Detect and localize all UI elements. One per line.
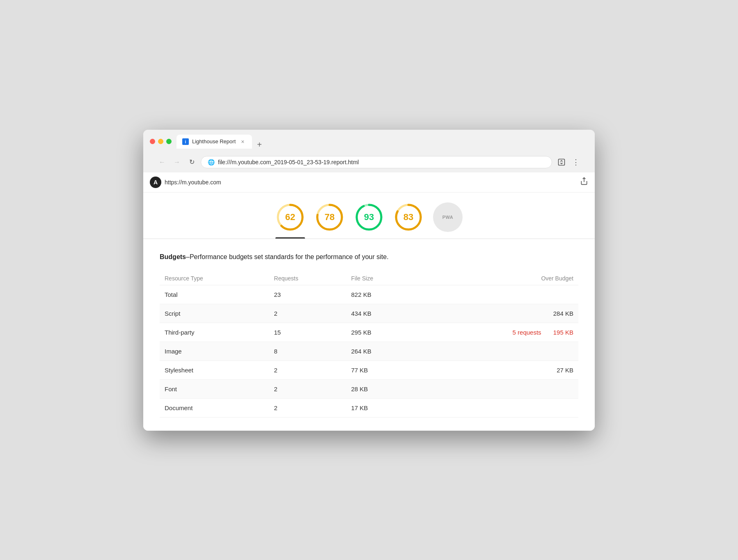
cell-type: Stylesheet — [160, 360, 269, 379]
score-pwa[interactable]: PWA — [433, 202, 463, 239]
cell-over-budget — [418, 379, 578, 398]
share-button[interactable] — [580, 177, 588, 187]
reload-button[interactable]: ↻ — [186, 156, 197, 168]
pwa-circle: PWA — [433, 202, 463, 232]
cell-requests: 2 — [269, 360, 346, 379]
col-header-requests: Requests — [269, 272, 346, 285]
section-title-bold: Budgets — [160, 253, 186, 260]
url-text: file:///m.youtube.com_2019-05-01_23-53-1… — [218, 159, 545, 165]
score-best-practices[interactable]: 93 — [354, 202, 384, 239]
score-seo[interactable]: 83 — [394, 202, 423, 239]
site-icon-letter: A — [154, 179, 158, 186]
score-value-best-practices: 93 — [364, 212, 374, 223]
menu-button[interactable]: ⋮ — [569, 156, 582, 168]
cell-file-size: 77 KB — [346, 360, 419, 379]
budget-table: Resource Type Requests File Size Over Bu… — [160, 272, 578, 418]
cell-over-budget: 5 requests 195 KB — [418, 323, 578, 342]
section-title: Budgets–Performance budgets set standard… — [160, 252, 578, 262]
lighthouse-tab-icon: i — [182, 138, 189, 145]
table-section: Budgets–Performance budgets set standard… — [143, 239, 595, 431]
scores-section: 62 78 — [143, 193, 595, 239]
cell-over-budget — [418, 398, 578, 417]
forward-button[interactable]: → — [171, 156, 183, 168]
tab-title: Lighthouse Report — [192, 138, 236, 145]
table-row: Image 8 264 KB — [160, 342, 578, 360]
svg-text:i: i — [185, 140, 186, 144]
cell-requests: 2 — [269, 379, 346, 398]
address-bar: ← → ↻ 🌐 file:///m.youtube.com_2019-05-01… — [150, 153, 588, 172]
maximize-button[interactable] — [166, 139, 172, 144]
toolbar-icons: ⋮ — [555, 156, 582, 168]
table-row: Document 2 17 KB — [160, 398, 578, 417]
score-circle-performance: 62 — [275, 202, 305, 232]
col-header-file-size: File Size — [346, 272, 419, 285]
score-circle-seo: 83 — [394, 202, 423, 232]
cell-type: Total — [160, 285, 269, 304]
cell-requests: 23 — [269, 285, 346, 304]
globe-icon: 🌐 — [208, 159, 215, 165]
score-circle-accessibility: 78 — [315, 202, 344, 232]
site-url-text: https://m.youtube.com — [165, 179, 221, 186]
table-row: Stylesheet 2 77 KB 27 KB — [160, 360, 578, 379]
over-requests-value: 5 requests — [513, 329, 541, 336]
over-budget-value: 195 KB — [553, 329, 573, 336]
pwa-label: PWA — [442, 215, 454, 220]
section-title-rest: –Performance budgets set standards for t… — [186, 253, 389, 260]
score-value-seo: 83 — [403, 212, 413, 223]
cell-type: Document — [160, 398, 269, 417]
cell-requests: 2 — [269, 398, 346, 417]
cell-file-size: 434 KB — [346, 304, 419, 323]
cell-requests: 8 — [269, 342, 346, 360]
back-button[interactable]: ← — [156, 156, 168, 168]
score-value-accessibility: 78 — [325, 212, 335, 223]
cell-over-budget — [418, 342, 578, 360]
cell-requests: 2 — [269, 304, 346, 323]
table-row: Script 2 434 KB 284 KB — [160, 304, 578, 323]
menu-dots-icon: ⋮ — [572, 158, 579, 167]
cell-over-budget — [418, 285, 578, 304]
window-controls — [150, 139, 172, 144]
cell-over-budget: 284 KB — [418, 304, 578, 323]
minimize-button[interactable] — [158, 139, 163, 144]
table-row: Font 2 28 KB — [160, 379, 578, 398]
cell-file-size: 28 KB — [346, 379, 419, 398]
score-performance[interactable]: 62 — [275, 202, 305, 239]
score-accessibility[interactable]: 78 — [315, 202, 344, 239]
site-url-bar: A https://m.youtube.com — [150, 177, 221, 188]
score-value-performance: 62 — [285, 212, 295, 223]
content-toolbar: A https://m.youtube.com — [143, 172, 595, 193]
profile-icon-button[interactable] — [555, 156, 568, 168]
site-icon: A — [150, 177, 161, 188]
close-button[interactable] — [150, 139, 155, 144]
main-content: 62 78 — [143, 193, 595, 431]
table-row: Total 23 822 KB — [160, 285, 578, 304]
cell-over-budget: 27 KB — [418, 360, 578, 379]
cell-file-size: 17 KB — [346, 398, 419, 417]
cell-type: Image — [160, 342, 269, 360]
cell-file-size: 822 KB — [346, 285, 419, 304]
cell-type: Font — [160, 379, 269, 398]
cell-file-size: 264 KB — [346, 342, 419, 360]
cell-file-size: 295 KB — [346, 323, 419, 342]
cell-type: Script — [160, 304, 269, 323]
new-tab-button[interactable]: + — [254, 140, 265, 149]
title-bar: i Lighthouse Report × + ← → ↻ 🌐 file:///… — [143, 130, 595, 172]
tab-close-button[interactable]: × — [239, 138, 246, 145]
table-header-row: Resource Type Requests File Size Over Bu… — [160, 272, 578, 285]
cell-requests: 15 — [269, 323, 346, 342]
col-header-resource-type: Resource Type — [160, 272, 269, 285]
cell-type: Third-party — [160, 323, 269, 342]
tab-lighthouse[interactable]: i Lighthouse Report × — [176, 135, 252, 149]
score-circle-best-practices: 93 — [354, 202, 384, 232]
url-bar[interactable]: 🌐 file:///m.youtube.com_2019-05-01_23-53… — [201, 156, 552, 168]
tab-bar: i Lighthouse Report × + — [176, 135, 588, 149]
col-header-over-budget: Over Budget — [418, 272, 578, 285]
browser-window: i Lighthouse Report × + ← → ↻ 🌐 file:///… — [143, 130, 595, 431]
title-bar-top: i Lighthouse Report × + — [150, 135, 588, 149]
table-row: Third-party 15 295 KB 5 requests 195 KB — [160, 323, 578, 342]
